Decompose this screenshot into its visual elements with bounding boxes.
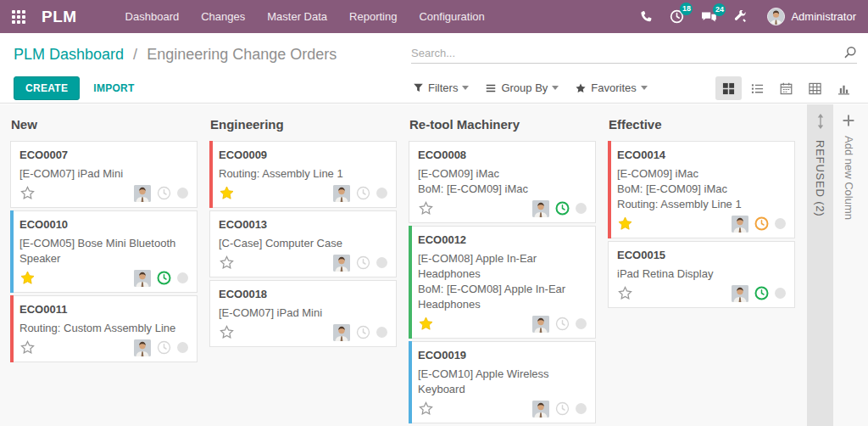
activities-button[interactable]: 18 — [661, 9, 693, 24]
search-box — [411, 46, 857, 64]
kanban-state-dot[interactable] — [576, 203, 587, 214]
kanban-state-dot[interactable] — [376, 257, 387, 268]
kanban-card-eco0008[interactable]: ECO0008[E-COM09] iMacBoM: [E-COM09] iMac — [409, 141, 596, 223]
card-footer — [418, 315, 587, 334]
search-icon[interactable] — [843, 46, 857, 59]
view-switch-kanban-button[interactable] — [715, 76, 742, 100]
assignee-avatar[interactable] — [134, 185, 151, 202]
add-new-column-button[interactable]: Add new Column — [833, 104, 864, 426]
priority-star-icon[interactable] — [219, 185, 235, 201]
view-switch-list-button[interactable] — [744, 76, 771, 100]
assignee-avatar[interactable] — [134, 270, 151, 287]
activity-clock-icon[interactable] — [555, 401, 570, 416]
kanban-state-dot[interactable] — [376, 188, 387, 199]
kanban-state-dot[interactable] — [177, 342, 188, 353]
assignee-avatar[interactable] — [532, 316, 549, 333]
priority-star-icon[interactable] — [19, 270, 36, 286]
phone-icon[interactable] — [631, 10, 661, 24]
view-switch-graph-button[interactable] — [831, 76, 857, 100]
priority-star-icon[interactable] — [19, 185, 36, 201]
search-input[interactable] — [411, 47, 843, 59]
priority-star-icon[interactable] — [617, 216, 633, 232]
card-footer-right — [732, 216, 786, 233]
nav-menu: DashboardChangesMaster DataReportingConf… — [114, 0, 496, 33]
activity-clock-icon[interactable] — [754, 286, 769, 300]
assignee-avatar[interactable] — [333, 324, 350, 341]
assignee-avatar[interactable] — [732, 285, 748, 302]
activity-clock-icon[interactable] — [555, 317, 570, 331]
breadcrumb-parent-link[interactable]: PLM Dashboard — [14, 46, 124, 63]
priority-star-icon[interactable] — [418, 401, 434, 417]
nav-item-reporting[interactable]: Reporting — [338, 0, 408, 33]
filters-menu-button[interactable]: Filters — [413, 81, 469, 94]
priority-star-icon[interactable] — [418, 316, 434, 332]
chevron-down-icon — [462, 86, 469, 90]
create-button[interactable]: CREATE — [14, 76, 80, 100]
card-footer — [418, 199, 587, 218]
kanban-state-dot[interactable] — [177, 272, 188, 283]
messages-button[interactable]: 24 — [693, 10, 726, 24]
activity-clock-icon[interactable] — [555, 201, 570, 216]
card-description-line: Routing: Assembly Line 1 — [219, 166, 387, 182]
import-button[interactable]: IMPORT — [93, 82, 134, 94]
activity-clock-icon[interactable] — [157, 186, 171, 200]
priority-star-icon[interactable] — [418, 200, 434, 216]
apps-grid-icon[interactable] — [12, 10, 25, 24]
filter-menu-label: Filters — [428, 81, 458, 94]
priority-star-icon[interactable] — [19, 339, 36, 356]
card-footer-right — [333, 324, 387, 341]
kanban-card-eco0019[interactable]: ECO0019[E-COM10] Apple Wireless Keyboard — [409, 341, 596, 423]
kanban-state-dot[interactable] — [576, 318, 587, 329]
assignee-avatar[interactable] — [532, 401, 549, 418]
activity-clock-icon[interactable] — [157, 340, 171, 355]
assignee-avatar[interactable] — [732, 216, 748, 233]
calendar-view-icon — [780, 82, 793, 95]
kanban-card-eco0009[interactable]: ECO0009Routing: Assembly Line 1 — [209, 141, 397, 208]
assignee-avatar[interactable] — [333, 255, 350, 272]
assignee-avatar[interactable] — [134, 339, 151, 356]
activity-clock-icon[interactable] — [754, 216, 769, 231]
assignee-avatar[interactable] — [333, 185, 350, 202]
activity-clock-icon[interactable] — [356, 325, 370, 339]
kanban-card-eco0015[interactable]: ECO0015iPad Retina Display — [608, 241, 795, 308]
nav-item-dashboard[interactable]: Dashboard — [114, 0, 191, 33]
user-name: Administrator — [791, 10, 856, 23]
kanban-card-eco0010[interactable]: ECO0010[E-COM05] Bose Mini Bluetooth Spe… — [10, 210, 198, 293]
priority-star-icon[interactable] — [219, 324, 235, 340]
tools-button[interactable] — [726, 10, 755, 23]
activity-clock-icon[interactable] — [356, 255, 370, 270]
nav-item-configuration[interactable]: Configuration — [408, 0, 495, 33]
card-footer — [219, 184, 387, 203]
folded-column-refused[interactable]: REFUSED (2) — [807, 104, 833, 426]
kanban-card-eco0007[interactable]: ECO0007[E-COM07] iPad Mini — [10, 141, 198, 208]
priority-star-icon[interactable] — [617, 285, 633, 301]
nav-item-changes[interactable]: Changes — [190, 0, 256, 33]
group-by-menu-button[interactable]: Group By — [485, 81, 559, 94]
kanban-card-eco0013[interactable]: ECO0013[C-Case] Computer Case — [209, 210, 397, 277]
kanban-card-eco0011[interactable]: ECO0011Routing: Custom Assembly Line — [10, 295, 198, 362]
assignee-avatar[interactable] — [532, 200, 549, 217]
card-description-line: Routing: Custom Assembly Line — [19, 321, 188, 336]
app-brand[interactable]: PLM — [42, 8, 77, 26]
kanban-card-eco0018[interactable]: ECO0018[E-COM07] iPad Mini — [209, 280, 397, 347]
kanban-state-dot[interactable] — [775, 288, 786, 299]
user-menu[interactable]: Administrator — [767, 8, 856, 25]
card-description-line: [C-Case] Computer Case — [219, 236, 387, 251]
filter-menus: FiltersGroup ByFavorites — [413, 81, 664, 94]
activity-clock-icon[interactable] — [356, 186, 370, 200]
card-description-line: [E-COM09] iMac — [617, 166, 786, 182]
column-title: New — [11, 117, 198, 132]
kanban-state-dot[interactable] — [177, 188, 188, 199]
view-switch-calendar-button[interactable] — [773, 76, 799, 100]
kanban-state-dot[interactable] — [775, 218, 786, 229]
nav-item-master-data[interactable]: Master Data — [256, 0, 338, 33]
kanban-card-eco0014[interactable]: ECO0014[E-COM09] iMacBoM: [E-COM09] iMac… — [608, 141, 795, 238]
view-switch-pivot-button[interactable] — [802, 76, 828, 100]
kanban-card-eco0012[interactable]: ECO0012[E-COM08] Apple In-Ear Headphones… — [409, 226, 596, 339]
kanban-state-dot[interactable] — [376, 327, 387, 338]
activity-clock-icon[interactable] — [157, 271, 171, 285]
priority-star-icon[interactable] — [219, 255, 235, 271]
kanban-state-dot[interactable] — [576, 403, 587, 414]
favorites-menu-button[interactable]: Favorites — [575, 81, 647, 94]
kanban-column-effective: EffectiveECO0014[E-COM09] iMacBoM: [E-CO… — [608, 104, 795, 426]
